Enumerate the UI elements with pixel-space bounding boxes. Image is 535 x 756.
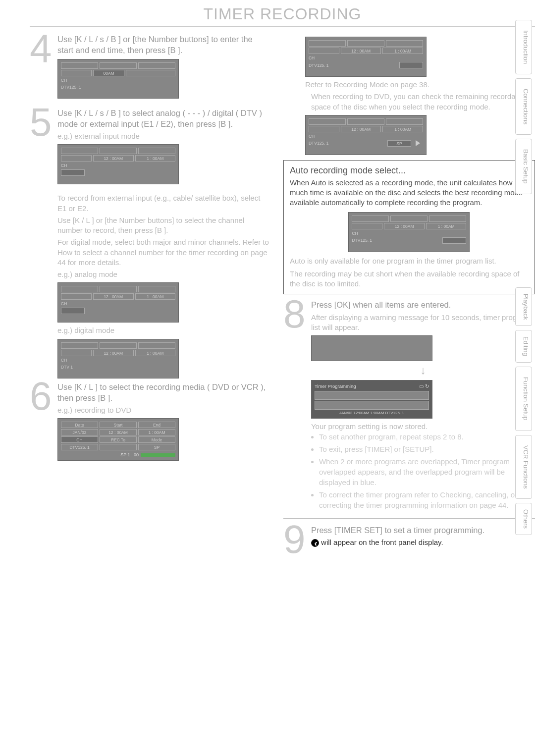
step-number: 6 <box>30 381 54 464</box>
eg-external: e.g.) external input mode <box>57 131 269 141</box>
tab-editing[interactable]: Editing <box>515 330 532 363</box>
info-note1: Auto is only available for one program i… <box>290 256 529 266</box>
info-body: When Auto is selected as a recording mod… <box>290 178 529 208</box>
arrow-down-icon: ↓ <box>311 364 535 377</box>
step-8-instruction: Press [OK] when all items are entered. <box>311 299 535 310</box>
diagram-step8a <box>311 335 432 361</box>
step-4-instruction: Use [K / L / s / B ] or [the Number butt… <box>57 34 269 56</box>
diagram-step6: DateStartEnd JAN/0212 : 00AM1 : 00AM CHR… <box>57 418 179 461</box>
step-8: 8 Press [OK] when all items are entered.… <box>283 299 535 512</box>
note-e1e2: To record from external input (e.g., cab… <box>57 193 269 214</box>
eg-analog: e.g.) analog mode <box>57 270 269 279</box>
step-9-instruction: Press [TIMER SET] to set a timer program… <box>311 525 535 536</box>
step-6: 6 Use [K / L ] to select the recording m… <box>30 381 269 464</box>
step-4: 4 Use [K / L / s / B ] or [the Number bu… <box>30 34 269 102</box>
step-number: 9 <box>283 525 307 554</box>
step-number: 4 <box>30 34 54 102</box>
diagram-right-top: 12 : 00AM1 : 00AM CH DTV125. 1 <box>305 37 427 77</box>
diagram-digital: 12 : 00AM1 : 00AM CH DTV 1 <box>57 339 179 378</box>
diagram-step5a: 12 : 00AM1 : 00AM CH <box>57 144 179 184</box>
step-8-sub: After displaying a warning message for 1… <box>311 313 535 333</box>
page-title: TIMER RECORDING <box>30 5 535 27</box>
tab-function-setup[interactable]: Function Setup <box>515 367 532 431</box>
info-note2: The recording may be cut short when the … <box>290 269 529 289</box>
step-5-instruction: Use [K / L / s / B ] to select analog ( … <box>57 108 269 130</box>
step-9: 9 Press [TIMER SET] to set a timer progr… <box>283 525 535 554</box>
tab-connections[interactable]: Connections <box>515 78 532 135</box>
tab-introduction[interactable]: Introduction <box>515 20 532 74</box>
bullet-4: To correct the timer program refer to Ch… <box>319 489 535 510</box>
diagram-step8b: Timer Programming ▭ ↻ JAN/02 12:00AM 1:0… <box>311 380 432 419</box>
diagram-right-sp: 12 : 00AM1 : 00AM CH DTV125. 1SP <box>305 115 427 155</box>
eg-recdvd: e.g.) recording to DVD <box>57 405 269 415</box>
tab-playback[interactable]: Playback <box>515 287 532 326</box>
diagram-step4: 00AM CH DTV125. 1 <box>57 59 179 99</box>
clock-icon <box>311 539 319 547</box>
note-digital: For digital mode, select both major and … <box>57 237 269 268</box>
bullet-1: To set another program, repeat steps 2 t… <box>319 432 535 442</box>
diagram-analog: 12 : 00AM1 : 00AM CH <box>57 282 179 323</box>
note-remaining-space: When recording to DVD, you can check the… <box>305 92 535 112</box>
side-tabs: Introduction Connections Basic Setup Pla… <box>515 20 532 535</box>
step-6-instruction: Use [K / L ] to select the recording med… <box>57 381 269 404</box>
eg-digital: e.g.) digital mode <box>57 325 269 335</box>
bullet-2: To exit, press [TIMER] or [SETUP]. <box>319 444 535 454</box>
step-8-stored: Your program setting is now stored. <box>311 422 535 432</box>
info-title: Auto recording mode select... <box>290 165 529 176</box>
auto-recording-info: Auto recording mode select... When Auto … <box>283 160 535 295</box>
step-5: 5 Use [K / L / s / B ] to select analog … <box>30 108 269 188</box>
bullet-3: When 2 or more programs are overlapped, … <box>319 456 535 487</box>
tab-basic-setup[interactable]: Basic Setup <box>515 139 532 194</box>
step-number: 5 <box>30 108 54 188</box>
diagram-info: 12 : 00AM1 : 00AM CH DTV125. 1 <box>348 212 470 252</box>
note-recmode: Refer to Recording Mode on page 38. <box>305 80 535 90</box>
tab-vcr-functions[interactable]: VCR Functions <box>515 435 532 499</box>
step-9-sub: will appear on the front panel display. <box>321 538 443 546</box>
arrow-icon <box>416 140 423 146</box>
step-number: 8 <box>283 299 307 512</box>
tab-others[interactable]: Others <box>515 503 532 535</box>
note-channel: Use [K / L ] or [the Number buttons] to … <box>57 216 269 236</box>
